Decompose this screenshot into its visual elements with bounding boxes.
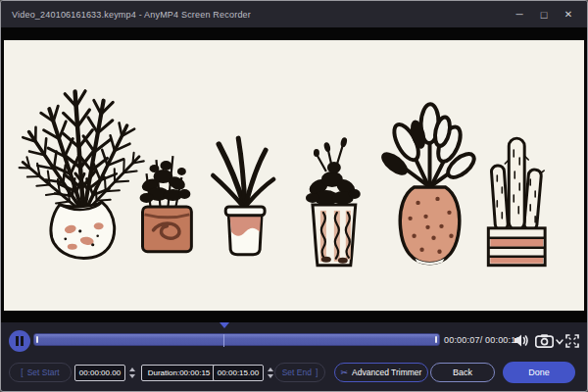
trim-handle-end[interactable] <box>435 336 437 343</box>
maximize-icon[interactable]: □ <box>537 8 551 22</box>
stepper-up-icon[interactable] <box>129 368 135 371</box>
video-frame <box>4 40 584 311</box>
plant-rosemary <box>16 91 145 259</box>
plant-bush-tall-pot <box>306 137 361 266</box>
video-preview-area <box>1 27 587 322</box>
back-button[interactable]: Back <box>430 363 495 382</box>
minimize-icon[interactable]: ─ <box>513 8 526 22</box>
snapshot-button[interactable] <box>535 334 554 348</box>
fullscreen-icon <box>565 334 579 348</box>
set-start-button[interactable]: [ Set Start <box>9 363 72 382</box>
set-start-label: Set Start <box>27 368 60 377</box>
set-end-button[interactable]: Set End ] <box>274 363 325 382</box>
playhead-triangle-icon <box>220 322 229 345</box>
window-title: Video_240106161633.keymp4 - AnyMP4 Scree… <box>12 10 251 20</box>
pause-icon <box>16 336 19 346</box>
seek-bar[interactable] <box>33 333 440 346</box>
stepper-up-icon[interactable] <box>268 368 273 371</box>
end-time-input[interactable] <box>213 365 264 381</box>
title-bar: Video_240106161633.keymp4 - AnyMP4 Scree… <box>1 1 587 27</box>
camera-icon <box>535 334 554 348</box>
scissors-icon: ✂ <box>341 368 349 377</box>
plants-illustration <box>4 40 584 311</box>
set-end-label: Set End <box>282 368 312 377</box>
chevron-down-icon <box>556 339 564 345</box>
plant-big-leaf-vase <box>377 104 478 265</box>
volume-button[interactable] <box>514 333 529 348</box>
snapshot-dropdown[interactable] <box>556 339 564 345</box>
plant-cacti-striped-pot <box>488 138 545 266</box>
start-time-stepper[interactable] <box>127 365 137 381</box>
advanced-trimmer-button[interactable]: ✂ Advanced Trimmer <box>334 363 428 382</box>
fullscreen-button[interactable] <box>565 334 579 348</box>
close-icon[interactable]: ✕ <box>562 8 575 22</box>
plant-blades-cup <box>213 138 273 255</box>
trim-handle-start[interactable] <box>36 336 38 343</box>
bracket-right: ] <box>316 368 318 377</box>
pause-button[interactable] <box>9 330 30 352</box>
stepper-down-icon[interactable] <box>268 374 273 378</box>
speaker-icon <box>514 333 529 348</box>
bracket-left: [ <box>21 368 23 377</box>
duration-display: Duration:00:00:15 <box>141 365 217 381</box>
advanced-trimmer-label: Advanced Trimmer <box>352 368 421 377</box>
time-display: 00:00:07/ 00:00:15 <box>444 335 521 345</box>
stepper-down-icon[interactable] <box>129 374 135 378</box>
plant-bush-square-pot <box>140 156 192 252</box>
app-window: Video_240106161633.keymp4 - AnyMP4 Scree… <box>0 0 588 392</box>
start-time-input[interactable] <box>74 365 125 381</box>
done-button[interactable]: Done <box>503 362 575 383</box>
